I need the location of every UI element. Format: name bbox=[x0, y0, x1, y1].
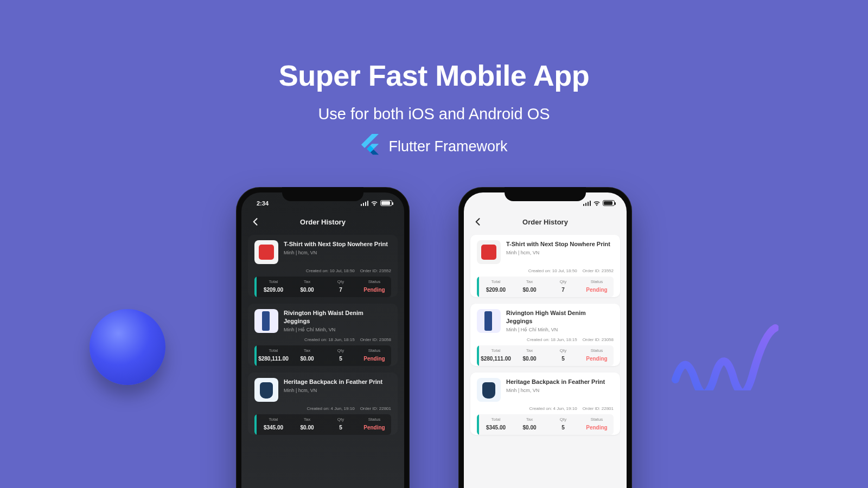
order-card[interactable]: Rivington High Waist Denim Jeggings Minh… bbox=[248, 304, 398, 366]
order-card[interactable]: Rivington High Waist Denim Jeggings Minh… bbox=[470, 304, 620, 366]
stat-qty: Qty 7 bbox=[546, 277, 580, 297]
order-meta: Created on: 4 Jun, 19:10 Order ID: 22801 bbox=[254, 406, 391, 411]
order-card[interactable]: T-Shirt with Next Stop Nowhere Print Min… bbox=[248, 235, 398, 297]
order-id: Order ID: 23058 bbox=[360, 337, 391, 342]
battery-icon bbox=[603, 200, 615, 206]
order-subtitle: Minh | hcm, VN bbox=[284, 388, 391, 393]
order-id: Order ID: 23552 bbox=[360, 268, 391, 273]
stat-status: Status Pending bbox=[358, 277, 391, 297]
back-icon[interactable] bbox=[250, 216, 261, 227]
order-title: Rivington High Waist Denim Jeggings bbox=[284, 309, 391, 325]
stat-label: Qty bbox=[546, 417, 580, 422]
stat-value: 5 bbox=[561, 425, 565, 431]
stat-status: Status Pending bbox=[358, 345, 391, 366]
back-icon[interactable] bbox=[473, 216, 483, 227]
stat-total: Total $209.00 bbox=[479, 277, 513, 297]
stat-tax: Tax $0.00 bbox=[290, 277, 324, 297]
order-thumbnail bbox=[254, 240, 278, 264]
stat-label: Qty bbox=[546, 279, 580, 284]
stat-tax: Tax $0.00 bbox=[513, 277, 546, 297]
stat-label: Total bbox=[257, 417, 290, 422]
hero-title: Super Fast Mobile App bbox=[0, 59, 868, 92]
stat-label: Tax bbox=[513, 279, 546, 284]
status-time: 2:34 bbox=[257, 200, 269, 207]
stat-value: $0.00 bbox=[300, 356, 314, 362]
stat-label: Qty bbox=[324, 417, 358, 422]
status-badge: Pending bbox=[586, 425, 607, 431]
stat-value: $0.00 bbox=[522, 287, 536, 293]
order-stats: Total $280,111.00 Tax $0.00 Qty 5 Status… bbox=[254, 345, 391, 366]
order-list: T-Shirt with Next Stop Nowhere Print Min… bbox=[241, 235, 404, 435]
stat-label: Status bbox=[580, 279, 614, 284]
stat-status: Status Pending bbox=[580, 414, 614, 435]
stat-value: 7 bbox=[561, 287, 565, 293]
order-stats: Total $345.00 Tax $0.00 Qty 5 Status Pen… bbox=[477, 414, 614, 435]
order-meta: Created on: 10 Jul, 18:50 Order ID: 2355… bbox=[254, 268, 391, 273]
stat-label: Status bbox=[358, 417, 391, 422]
hero-subtitle: Use for both iOS and Android OS bbox=[0, 105, 868, 123]
signal-icon bbox=[361, 201, 369, 206]
stat-tax: Tax $0.00 bbox=[513, 345, 546, 366]
order-card[interactable]: Heritage Backpack in Feather Print Minh … bbox=[470, 373, 620, 435]
stat-label: Status bbox=[358, 279, 391, 284]
stat-value: $0.00 bbox=[300, 287, 314, 293]
phone-notch bbox=[282, 187, 363, 201]
order-subtitle: Minh | Hồ Chí Minh, VN bbox=[506, 327, 614, 332]
order-title: Heritage Backpack in Feather Print bbox=[506, 378, 614, 386]
stat-value: $209.00 bbox=[264, 287, 283, 293]
order-meta: Created on: 18 Jun, 18:15 Order ID: 2305… bbox=[477, 337, 614, 342]
stat-label: Tax bbox=[290, 417, 324, 422]
order-created: Created on: 18 Jun, 18:15 bbox=[527, 337, 577, 342]
status-badge: Pending bbox=[363, 287, 385, 293]
stat-status: Status Pending bbox=[358, 414, 391, 435]
order-id: Order ID: 23058 bbox=[583, 337, 614, 342]
stat-label: Total bbox=[479, 417, 513, 422]
order-created: Created on: 18 Jun, 18:15 bbox=[304, 337, 355, 342]
order-card[interactable]: Heritage Backpack in Feather Print Minh … bbox=[248, 373, 398, 435]
order-card[interactable]: T-Shirt with Next Stop Nowhere Print Min… bbox=[470, 235, 620, 297]
order-thumbnail bbox=[254, 378, 278, 402]
stat-value: $280,111.00 bbox=[258, 356, 289, 362]
stat-label: Total bbox=[479, 348, 513, 353]
stat-label: Status bbox=[580, 417, 614, 422]
wifi-icon bbox=[593, 201, 601, 206]
stat-value: 7 bbox=[339, 287, 342, 293]
stat-total: Total $280,111.00 bbox=[479, 345, 513, 366]
flutter-icon bbox=[360, 134, 380, 159]
stat-total: Total $209.00 bbox=[257, 277, 290, 297]
stat-total: Total $345.00 bbox=[257, 414, 290, 435]
order-id: Order ID: 23552 bbox=[583, 268, 614, 273]
hero-block: Super Fast Mobile App Use for both iOS a… bbox=[0, 59, 868, 159]
stat-status: Status Pending bbox=[580, 345, 614, 366]
order-subtitle: Minh | hcm, VN bbox=[506, 388, 614, 393]
stat-tax: Tax $0.00 bbox=[290, 414, 324, 435]
order-id: Order ID: 22801 bbox=[583, 406, 614, 411]
stat-label: Status bbox=[358, 348, 391, 353]
stat-tax: Tax $0.00 bbox=[513, 414, 546, 435]
stat-status: Status Pending bbox=[580, 277, 614, 297]
order-stats: Total $209.00 Tax $0.00 Qty 7 Status Pen… bbox=[254, 277, 391, 297]
stat-qty: Qty 5 bbox=[324, 414, 358, 435]
stat-value: $345.00 bbox=[264, 425, 283, 431]
wifi-icon bbox=[371, 201, 378, 206]
signal-icon bbox=[583, 201, 591, 206]
order-thumbnail bbox=[477, 309, 501, 333]
order-subtitle: Minh | Hồ Chí Minh, VN bbox=[284, 327, 391, 332]
stat-total: Total $280,111.00 bbox=[257, 345, 290, 366]
stat-label: Tax bbox=[513, 417, 546, 422]
order-meta: Created on: 10 Jul, 18:50 Order ID: 2355… bbox=[477, 268, 614, 273]
order-stats: Total $345.00 Tax $0.00 Qty 5 Status Pen… bbox=[254, 414, 391, 435]
order-subtitle: Minh | hcm, VN bbox=[506, 250, 614, 255]
order-title: T-Shirt with Next Stop Nowhere Print bbox=[284, 240, 391, 248]
status-badge: Pending bbox=[363, 356, 385, 362]
stat-value: $0.00 bbox=[522, 425, 536, 431]
phone-dark-screen: 2:34 Order History T-Shirt with Next Sto… bbox=[241, 192, 404, 488]
order-thumbnail bbox=[477, 240, 501, 264]
order-title: Heritage Backpack in Feather Print bbox=[284, 378, 391, 386]
stat-qty: Qty 5 bbox=[546, 345, 580, 366]
stat-label: Qty bbox=[324, 348, 358, 353]
order-created: Created on: 10 Jul, 18:50 bbox=[528, 268, 577, 273]
stat-value: $280,111.00 bbox=[481, 356, 511, 362]
order-title: T-Shirt with Next Stop Nowhere Print bbox=[506, 240, 614, 248]
order-thumbnail bbox=[477, 378, 501, 402]
